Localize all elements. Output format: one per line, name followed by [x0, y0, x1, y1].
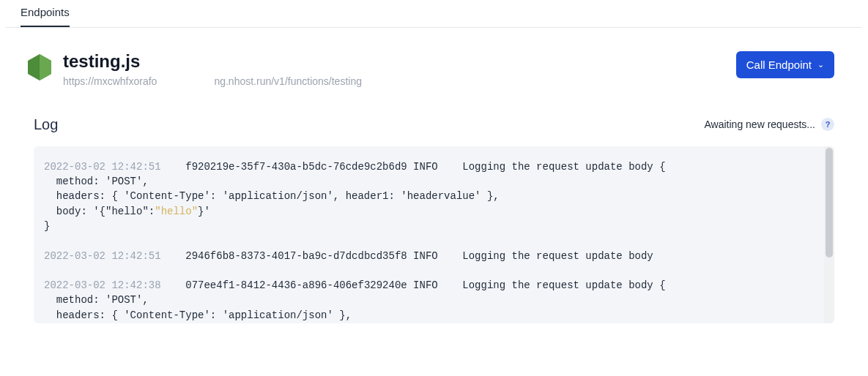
- function-title: testing.js: [63, 51, 362, 72]
- log-header: Log Awaiting new requests... ?: [34, 116, 834, 133]
- svg-marker-1: [40, 54, 51, 80]
- log-title: Log: [34, 116, 58, 133]
- call-endpoint-label: Call Endpoint: [746, 59, 812, 71]
- tab-endpoints[interactable]: Endpoints: [21, 0, 70, 27]
- header-text: testing.js https://mxcwhfxorafong.nhost.…: [63, 51, 362, 87]
- help-icon[interactable]: ?: [821, 118, 834, 131]
- call-endpoint-button[interactable]: Call Endpoint ⌄: [736, 51, 834, 78]
- scrollbar-track[interactable]: [824, 146, 834, 323]
- log-section: Log Awaiting new requests... ? 2022-03-0…: [0, 116, 868, 323]
- nodejs-icon: [26, 53, 53, 82]
- tabs-bar: Endpoints: [6, 0, 862, 28]
- log-box-wrap: 2022-03-02 12:42:51 f920219e-35f7-430a-b…: [34, 146, 834, 323]
- log-output[interactable]: 2022-03-02 12:42:51 f920219e-35f7-430a-b…: [34, 146, 834, 323]
- header-left: testing.js https://mxcwhfxorafong.nhost.…: [26, 51, 362, 87]
- chevron-down-icon: ⌄: [817, 61, 824, 69]
- awaiting-label: Awaiting new requests...: [705, 119, 816, 130]
- awaiting-status: Awaiting new requests... ?: [705, 118, 835, 131]
- function-url: https://mxcwhfxorafong.nhost.run/v1/func…: [63, 75, 362, 87]
- page-header: testing.js https://mxcwhfxorafong.nhost.…: [0, 28, 868, 87]
- scrollbar-thumb[interactable]: [826, 148, 833, 257]
